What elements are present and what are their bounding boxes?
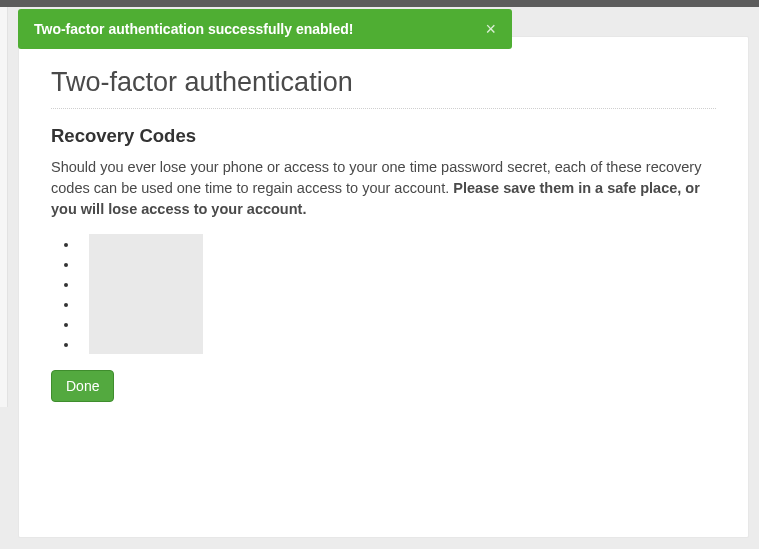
top-nav-bar xyxy=(0,0,759,7)
alert-message: Two-factor authentication successfully e… xyxy=(34,21,353,37)
content-card: Two-factor authentication Recovery Codes… xyxy=(18,36,749,538)
success-alert: Two-factor authentication successfully e… xyxy=(18,9,512,49)
divider xyxy=(51,108,716,109)
close-icon[interactable]: × xyxy=(485,20,496,38)
page-title: Two-factor authentication xyxy=(51,67,716,98)
recovery-codes-heading: Recovery Codes xyxy=(51,125,716,147)
redaction-mask xyxy=(89,234,203,354)
sidebar-edge xyxy=(0,7,8,407)
recovery-codes-description: Should you ever lose your phone or acces… xyxy=(51,157,716,220)
done-button[interactable]: Done xyxy=(51,370,114,402)
recovery-codes-block xyxy=(51,234,716,354)
